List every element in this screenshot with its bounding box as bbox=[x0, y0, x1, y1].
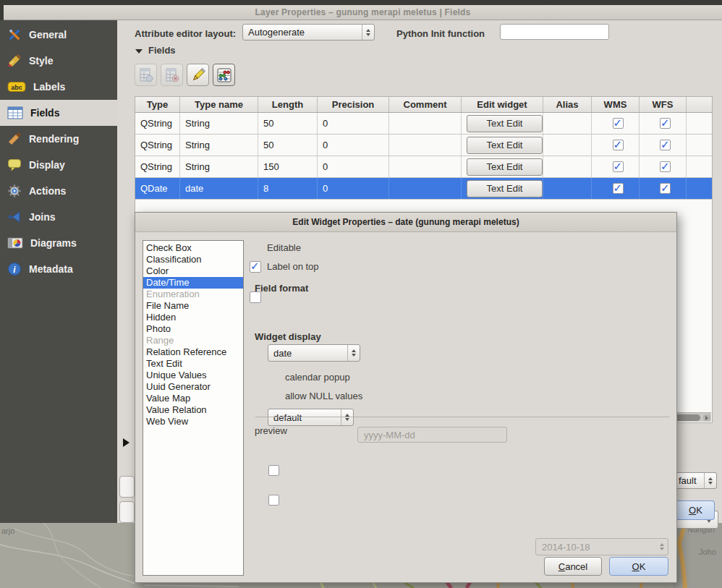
sidebar-item-label: Style bbox=[29, 55, 53, 67]
list-item-value-relation[interactable]: Value Relation bbox=[143, 404, 243, 416]
cell-type: QString bbox=[135, 135, 180, 155]
wfs-checkbox[interactable] bbox=[660, 183, 671, 194]
new-column-button[interactable] bbox=[135, 64, 157, 86]
date-format-input: yyyy-MM-dd bbox=[357, 427, 507, 443]
table-header-row: Type Type name Length Precision Comment … bbox=[135, 97, 712, 113]
edit-widget-button[interactable]: Text Edit bbox=[467, 180, 543, 197]
window-ok-button[interactable]: OK bbox=[677, 500, 715, 520]
sidebar-item-diagrams[interactable]: Diagrams bbox=[0, 230, 117, 256]
sidebar-item-rendering[interactable]: Rendering bbox=[0, 126, 117, 152]
editable-checkbox[interactable] bbox=[250, 261, 261, 273]
window-ok-label: OK bbox=[689, 505, 702, 516]
sidebar-item-labels[interactable]: abc Labels bbox=[0, 74, 117, 100]
col-header-type[interactable]: Type bbox=[135, 97, 180, 112]
sidebar-item-style[interactable]: Style bbox=[0, 48, 117, 74]
spinner-arrows[interactable] bbox=[347, 345, 360, 361]
col-header-type-name[interactable]: Type name bbox=[180, 97, 258, 112]
partial-button-top[interactable] bbox=[119, 476, 135, 498]
edit-widget-button[interactable]: Text Edit bbox=[467, 158, 543, 176]
style-brush-icon bbox=[7, 54, 22, 68]
spinner-arrows[interactable] bbox=[704, 473, 716, 488]
table-row[interactable]: QString String 150 0 Text Edit bbox=[135, 156, 712, 178]
date-format-placeholder: yyyy-MM-dd bbox=[364, 430, 415, 440]
field-format-combo[interactable]: date bbox=[268, 344, 360, 362]
wms-checkbox[interactable] bbox=[613, 140, 624, 150]
cut-default-combo[interactable]: fault bbox=[677, 472, 717, 489]
python-init-input[interactable] bbox=[500, 24, 609, 40]
delete-column-button[interactable] bbox=[161, 64, 183, 86]
dialog-title: Edit Widget Properties – date (gunung me… bbox=[292, 217, 519, 227]
cell-length: 150 bbox=[258, 156, 318, 177]
list-item-value-map[interactable]: Value Map bbox=[143, 393, 243, 404]
partial-button-bottom[interactable] bbox=[119, 501, 135, 523]
col-header-wms[interactable]: WMS bbox=[592, 97, 640, 112]
fields-expander-icon[interactable] bbox=[135, 49, 143, 54]
ok-button[interactable]: OK bbox=[609, 557, 668, 576]
wfs-checkbox[interactable] bbox=[660, 140, 671, 150]
sidebar-item-fields[interactable]: Fields bbox=[0, 100, 117, 126]
sidebar-item-label: Actions bbox=[29, 185, 66, 197]
widget-display-combo[interactable]: default bbox=[268, 409, 354, 426]
sidebar-item-label: Diagrams bbox=[30, 237, 77, 249]
dialog-titlebar[interactable]: Edit Widget Properties – date (gunung me… bbox=[135, 213, 676, 232]
cell-precision: 0 bbox=[318, 178, 389, 199]
preview-label: preview bbox=[255, 425, 287, 436]
list-item-date-time[interactable]: Date/Time bbox=[143, 277, 243, 289]
list-item-file-name[interactable]: File Name bbox=[143, 300, 243, 312]
attribute-editor-layout-combo[interactable]: Autogenerate bbox=[242, 24, 375, 41]
list-item-color[interactable]: Color bbox=[143, 265, 243, 277]
list-item-uuid-generator[interactable]: Uuid Generator bbox=[143, 381, 243, 393]
list-item-relation-reference[interactable]: Relation Reference bbox=[143, 346, 243, 358]
sidebar-item-general[interactable]: General bbox=[0, 22, 117, 48]
cancel-button[interactable]: Cancel bbox=[544, 557, 602, 576]
widget-display-value: default bbox=[273, 412, 302, 423]
spinner-arrows[interactable] bbox=[362, 25, 374, 40]
cell-precision: 0 bbox=[318, 156, 389, 177]
sidebar-item-joins[interactable]: Joins bbox=[0, 204, 117, 230]
separator-line bbox=[255, 417, 670, 417]
list-item-unique-values[interactable]: Unique Values bbox=[143, 370, 243, 381]
toggle-editing-button[interactable] bbox=[187, 64, 209, 86]
table-row[interactable]: QString String 50 0 Text Edit bbox=[135, 135, 712, 156]
list-item-web-view[interactable]: Web View bbox=[143, 416, 243, 427]
edit-widget-button[interactable]: Text Edit bbox=[467, 137, 543, 154]
list-item-hidden[interactable]: Hidden bbox=[143, 312, 243, 323]
wfs-checkbox[interactable] bbox=[660, 161, 671, 172]
col-header-precision[interactable]: Precision bbox=[318, 97, 389, 112]
cell-alias bbox=[543, 178, 592, 199]
metadata-info-icon: i bbox=[7, 262, 22, 276]
field-calculator-button[interactable] bbox=[213, 64, 235, 86]
col-header-alias[interactable]: Alias bbox=[543, 97, 592, 112]
col-header-edit-widget[interactable]: Edit widget bbox=[462, 97, 543, 112]
cell-precision: 0 bbox=[318, 113, 389, 134]
col-header-comment[interactable]: Comment bbox=[389, 97, 462, 112]
sidebar-item-actions[interactable]: Actions bbox=[0, 178, 117, 204]
cell-length: 8 bbox=[258, 178, 318, 199]
allow-null-checkbox[interactable] bbox=[268, 495, 279, 506]
labels-abc-icon: abc bbox=[7, 81, 26, 93]
list-item-text-edit[interactable]: Text Edit bbox=[143, 358, 243, 370]
list-item-photo[interactable]: Photo bbox=[143, 323, 243, 335]
list-item-classification[interactable]: Classification bbox=[143, 254, 243, 265]
spinner-arrows[interactable] bbox=[341, 409, 353, 425]
table-row[interactable]: QString String 50 0 Text Edit bbox=[135, 113, 712, 135]
cell-alias bbox=[543, 113, 592, 134]
wms-checkbox[interactable] bbox=[613, 161, 624, 172]
wms-checkbox[interactable] bbox=[613, 118, 624, 129]
list-item-check-box[interactable]: Check Box bbox=[143, 242, 243, 254]
wms-checkbox[interactable] bbox=[613, 183, 624, 194]
window-titlebar[interactable]: Layer Properties – gunung merapi meletus… bbox=[4, 5, 722, 20]
joins-icon bbox=[7, 210, 22, 224]
table-row-selected[interactable]: QDate date 8 0 Text Edit bbox=[135, 178, 712, 200]
scrollbar-right-arrow[interactable] bbox=[703, 414, 710, 421]
sidebar-item-label: Joins bbox=[29, 211, 56, 223]
sidebar-item-metadata[interactable]: i Metadata bbox=[0, 256, 117, 282]
wfs-checkbox[interactable] bbox=[660, 118, 671, 129]
sidebar-item-display[interactable]: Display bbox=[0, 152, 117, 178]
edit-widget-button[interactable]: Text Edit bbox=[467, 115, 543, 132]
col-header-length[interactable]: Length bbox=[258, 97, 318, 112]
collapse-arrow-icon[interactable] bbox=[123, 438, 129, 447]
allow-null-label: allow NULL values bbox=[285, 391, 362, 401]
col-header-wfs[interactable]: WFS bbox=[640, 97, 687, 112]
calendar-popup-checkbox[interactable] bbox=[268, 465, 279, 476]
